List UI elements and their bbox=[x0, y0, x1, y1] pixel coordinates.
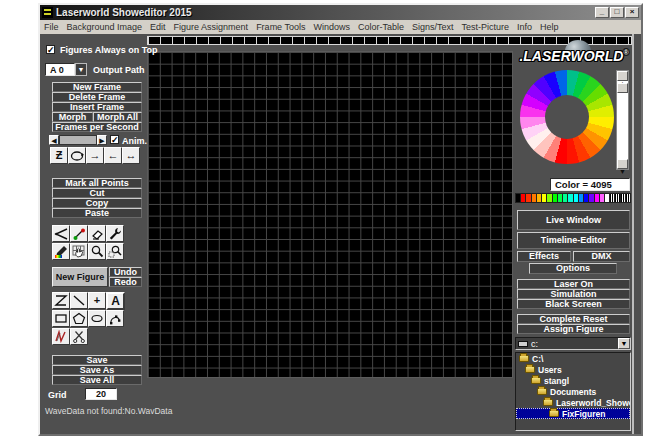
simulation-button[interactable]: Simulation bbox=[517, 289, 630, 299]
copy-button[interactable]: Copy bbox=[52, 198, 142, 208]
live-window-button[interactable]: Live Window bbox=[517, 210, 630, 230]
timeline-editor-button[interactable]: Timeline-Editor bbox=[517, 232, 630, 249]
move-left-tool-button[interactable]: ← bbox=[104, 147, 122, 164]
minimize-button[interactable]: _ bbox=[595, 7, 609, 18]
palette-swatch[interactable] bbox=[526, 194, 530, 202]
title-bar[interactable]: Laserworld Showeditor 2015 _ □ × bbox=[40, 5, 641, 20]
cut-path-tool-button[interactable] bbox=[70, 328, 88, 345]
menu-windows[interactable]: Windows bbox=[309, 22, 354, 32]
palette-swatch[interactable] bbox=[605, 194, 609, 202]
palette-swatch[interactable] bbox=[516, 194, 520, 202]
tree-item-users[interactable]: Users bbox=[516, 364, 630, 375]
zoom-selection-tool-button[interactable] bbox=[106, 243, 124, 260]
scroll-down-button[interactable]: ▼ bbox=[617, 159, 628, 169]
palette-swatch[interactable] bbox=[563, 194, 567, 202]
palette-swatch[interactable] bbox=[626, 194, 630, 202]
grid-size-input[interactable]: 20 bbox=[85, 388, 117, 400]
morph-button[interactable]: Morph bbox=[52, 112, 93, 122]
scroll-up-button[interactable]: ▲ bbox=[617, 71, 628, 81]
undo-button[interactable]: Undo bbox=[109, 267, 142, 277]
frame-scrollbar-track[interactable] bbox=[59, 135, 97, 145]
text-tool-button[interactable]: A bbox=[106, 292, 125, 310]
pan-tool-button[interactable] bbox=[70, 243, 88, 260]
line-tool-button[interactable] bbox=[70, 292, 88, 309]
palette-swatch[interactable] bbox=[568, 194, 572, 202]
tree-item-stangl[interactable]: stangl bbox=[516, 375, 630, 386]
palette-swatch[interactable] bbox=[584, 194, 588, 202]
palette-swatch[interactable] bbox=[579, 194, 583, 202]
delete-frame-button[interactable]: Delete Frame bbox=[52, 92, 142, 102]
close-button[interactable]: × bbox=[625, 7, 639, 18]
directory-tree[interactable]: C:\ Users stangl Documents Laserworld_Sh… bbox=[515, 352, 631, 431]
freehand-tool-button[interactable] bbox=[52, 328, 70, 345]
maximize-button[interactable]: □ bbox=[610, 7, 624, 18]
assign-figure-button[interactable]: Assign Figure bbox=[517, 324, 630, 334]
drive-select[interactable]: c: ▼ bbox=[515, 337, 631, 350]
spline-tool-button[interactable] bbox=[106, 310, 124, 327]
tree-item-c-drive[interactable]: C:\ bbox=[516, 353, 630, 364]
save-as-button[interactable]: Save As bbox=[52, 365, 142, 375]
palette-swatch[interactable] bbox=[621, 194, 625, 202]
palette-swatch[interactable] bbox=[532, 194, 536, 202]
palette-swatch[interactable] bbox=[521, 194, 525, 202]
palette-swatch[interactable] bbox=[600, 194, 604, 202]
complete-reset-button[interactable]: Complete Reset bbox=[517, 314, 630, 324]
save-button[interactable]: Save bbox=[52, 355, 142, 365]
dmx-button[interactable]: DMX bbox=[573, 251, 630, 262]
menu-color-table[interactable]: Color-Table bbox=[354, 22, 408, 32]
color-picker-tool-button[interactable] bbox=[52, 243, 70, 260]
point-edit-tool-button[interactable] bbox=[70, 225, 88, 242]
frame-step-tool-button[interactable]: Ƶ bbox=[50, 147, 68, 164]
options-button[interactable]: Options bbox=[529, 263, 617, 274]
menu-info[interactable]: Info bbox=[513, 22, 536, 32]
palette-swatch[interactable] bbox=[615, 194, 619, 202]
color-wheel[interactable] bbox=[520, 70, 614, 164]
menu-figure-assignment[interactable]: Figure Assignment bbox=[170, 22, 253, 32]
save-all-button[interactable]: Save All bbox=[52, 375, 142, 385]
angle-tool-button[interactable] bbox=[52, 225, 70, 242]
brightness-scrollbar[interactable]: ▲ ▼ bbox=[616, 70, 629, 170]
zoom-in-tool-button[interactable] bbox=[88, 243, 106, 260]
figures-on-top-checkbox[interactable]: ✓ bbox=[46, 45, 55, 54]
point-tool-button[interactable]: + bbox=[88, 292, 106, 309]
menu-test-picture[interactable]: Test-Picture bbox=[458, 22, 514, 32]
palette-swatch[interactable] bbox=[610, 194, 614, 202]
tree-item-fixfiguren[interactable]: FixFiguren bbox=[516, 408, 630, 419]
frame-scroll-right-button[interactable]: ▶ bbox=[97, 135, 107, 145]
palette-swatch[interactable] bbox=[589, 194, 593, 202]
rectangle-tool-button[interactable] bbox=[52, 310, 70, 327]
menu-file[interactable]: File bbox=[40, 22, 63, 32]
menu-background-image[interactable]: Background Image bbox=[63, 22, 147, 32]
frame-scroll-left-button[interactable]: ◀ bbox=[49, 135, 59, 145]
stretch-tool-button[interactable]: ↔ bbox=[122, 147, 140, 164]
mark-all-points-button[interactable]: Mark all Points bbox=[52, 178, 142, 188]
frames-per-second-button[interactable]: Frames per Second bbox=[52, 122, 142, 132]
menu-edit[interactable]: Edit bbox=[146, 22, 170, 32]
output-path-select[interactable]: A 0 bbox=[45, 63, 75, 76]
menu-frame-tools[interactable]: Frame Tools bbox=[252, 22, 309, 32]
rotate-tool-button[interactable] bbox=[68, 147, 86, 164]
new-frame-button[interactable]: New Frame bbox=[52, 82, 142, 92]
tree-item-laserworld-showeditor[interactable]: Laserworld_Showeditor_20 bbox=[516, 397, 630, 408]
eraser-tool-button[interactable] bbox=[88, 225, 106, 242]
palette-swatch[interactable] bbox=[547, 194, 551, 202]
laser-on-button[interactable]: Laser On bbox=[517, 279, 630, 289]
polyline-tool-button[interactable] bbox=[52, 292, 70, 309]
cut-button[interactable]: Cut bbox=[52, 188, 142, 198]
scrollbar-thumb[interactable] bbox=[617, 83, 628, 93]
move-right-tool-button[interactable]: → bbox=[86, 147, 104, 164]
anim-checkbox[interactable]: ✓ bbox=[110, 135, 119, 144]
palette-swatch[interactable] bbox=[537, 194, 541, 202]
paste-button[interactable]: Paste bbox=[52, 208, 142, 218]
palette-swatch[interactable] bbox=[553, 194, 557, 202]
settings-tool-button[interactable] bbox=[106, 225, 124, 242]
chevron-down-icon[interactable]: ▼ bbox=[618, 338, 630, 349]
palette-swatch[interactable] bbox=[558, 194, 562, 202]
chevron-down-icon[interactable]: ▼ bbox=[75, 63, 87, 76]
polygon-tool-button[interactable] bbox=[70, 310, 88, 327]
new-figure-button[interactable]: New Figure bbox=[52, 267, 108, 287]
palette-swatch[interactable] bbox=[542, 194, 546, 202]
black-screen-button[interactable]: Black Screen bbox=[517, 299, 630, 309]
insert-frame-button[interactable]: Insert Frame bbox=[52, 102, 142, 112]
tree-item-documents[interactable]: Documents bbox=[516, 386, 630, 397]
